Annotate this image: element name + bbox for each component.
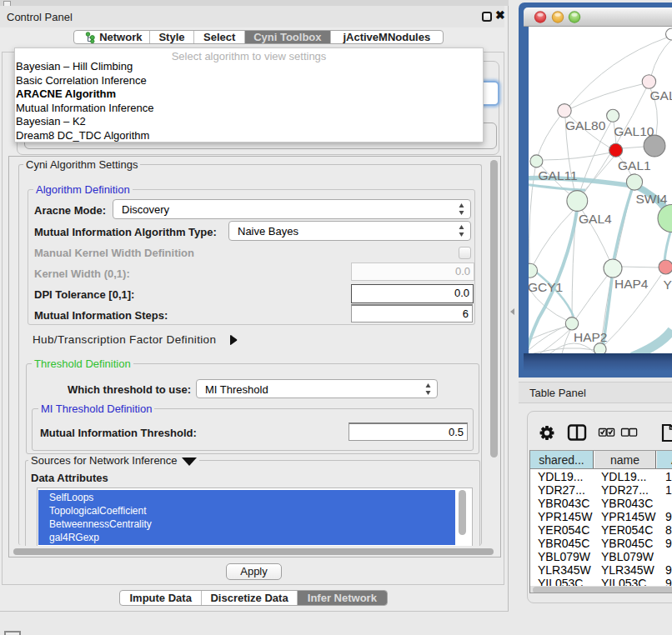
svg-text:GAL11: GAL11 [539,168,578,182]
svg-text:GAL80: GAL80 [565,118,606,132]
svg-text:HAP4: HAP4 [614,277,649,291]
svg-text:Y: Y [664,278,672,292]
svg-text:GAL1: GAL1 [618,158,651,172]
svg-text:HAP2: HAP2 [574,330,608,344]
svg-text:GCY1: GCY1 [529,280,563,294]
svg-text:GAL4: GAL4 [579,212,612,226]
svg-text:SWI4: SWI4 [636,192,668,206]
svg-text:GAL7: GAL7 [650,88,672,102]
svg-text:GAL10: GAL10 [614,124,654,138]
